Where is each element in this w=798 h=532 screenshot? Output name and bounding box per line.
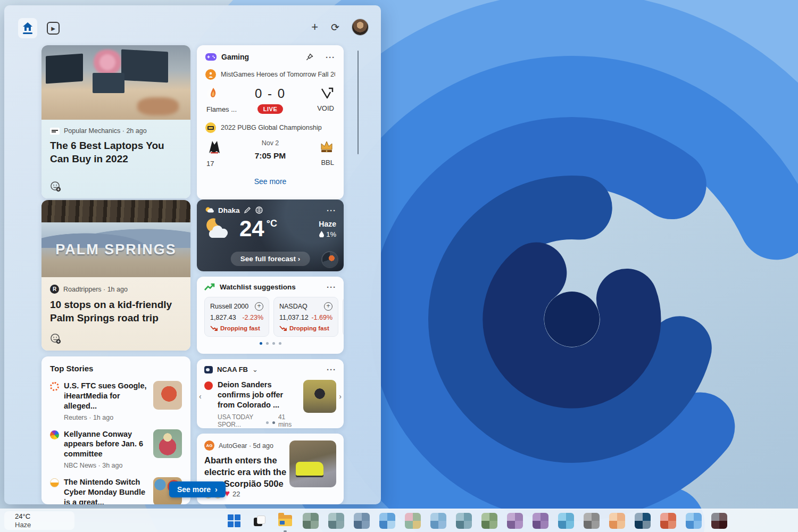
story-thumbnail <box>153 429 182 458</box>
story-item[interactable]: U.S. FTC sues Google, iHeartMedia for al… <box>50 381 182 421</box>
stock-tile-russell-2000[interactable]: Russell 2000 + 1,827.43 -2.23% Dropping … <box>204 297 269 337</box>
start-button[interactable] <box>226 513 242 529</box>
publisher-logo-today <box>50 478 59 504</box>
pinned-app-icon[interactable] <box>609 513 625 529</box>
card-menu-button[interactable]: ··· <box>327 365 336 373</box>
article-byline: Popular Mechanics · 2h ago <box>50 127 182 135</box>
team-name: Flames ... <box>206 105 237 113</box>
reaction-count: 22 <box>232 490 240 498</box>
detect-location-icon[interactable] <box>255 206 263 214</box>
add-widget-button[interactable]: + <box>311 21 318 33</box>
add-reaction-button[interactable] <box>50 181 61 192</box>
match-upcoming[interactable]: 17 Nov 2 7:05 PM BBL <box>205 139 335 168</box>
carousel-prev-button[interactable]: ‹ <box>199 392 202 401</box>
pinned-app-icon[interactable] <box>303 513 319 529</box>
article-title[interactable]: The 6 Best Laptops You Can Buy in 2022 <box>50 139 182 165</box>
story-item[interactable]: The Nintendo Switch Cyber Monday Bundle … <box>50 477 182 504</box>
pinned-app-icon[interactable] <box>430 513 446 529</box>
home-tab-button[interactable] <box>18 18 37 38</box>
sports-story[interactable]: Deion Sanders confirms job offer from Co… <box>204 380 336 428</box>
current-temperature: 24°C <box>239 218 277 240</box>
pinned-app-icon[interactable] <box>328 513 344 529</box>
stock-name: Russell 2000 <box>210 303 248 310</box>
pinned-app-icon[interactable] <box>558 513 574 529</box>
story-item[interactable]: Kellyanne Conway appears before Jan. 6 c… <box>50 429 182 470</box>
page-dot[interactable] <box>266 421 269 424</box>
live-badge: LIVE <box>257 104 283 114</box>
pinned-app-icon[interactable] <box>354 513 370 529</box>
add-reaction-button[interactable] <box>50 333 61 344</box>
pinned-app-icon[interactable] <box>533 513 548 529</box>
pinned-app-icon[interactable] <box>686 513 702 529</box>
tournament-icon-mistgames <box>205 69 216 80</box>
edit-location-icon[interactable] <box>244 206 251 214</box>
gaming-widget: Gaming ··· MistGames Heroes of Tomorrow … <box>197 45 344 200</box>
file-explorer-button[interactable] <box>277 513 293 529</box>
precipitation: 1% <box>319 230 336 238</box>
see-more-button[interactable]: See more› <box>169 481 226 497</box>
carousel-next-button[interactable]: › <box>339 392 342 401</box>
pinned-app-icon[interactable] <box>405 513 421 529</box>
taskbar-temperature: 24°C <box>15 512 74 520</box>
story-headline: Deion Sanders confirms job offer from Co… <box>218 380 298 410</box>
air-quality-indicator[interactable] <box>322 252 337 267</box>
widget-title: NCAA FB <box>217 365 248 373</box>
weather-condition: Haze <box>319 220 336 228</box>
see-full-forecast-button[interactable]: See full forecast › <box>231 252 310 266</box>
tournament-row[interactable]: MistGames Heroes of Tomorrow Fall 20... <box>205 69 335 80</box>
page-dot[interactable] <box>266 342 269 345</box>
tournament-row[interactable]: 2022 PUBG Global Championship <box>205 122 335 133</box>
article-image-laptops[interactable] <box>41 45 190 120</box>
card-menu-button[interactable]: ··· <box>327 283 336 291</box>
story-title: U.S. FTC sues Google, iHeartMedia for al… <box>64 381 148 411</box>
windows-logo-icon <box>228 514 240 527</box>
panel-scrollbar[interactable] <box>358 51 359 154</box>
stock-tile-dow[interactable]: DOW 33,84 D <box>343 297 344 337</box>
gaming-see-more-link[interactable]: See more <box>205 177 335 186</box>
pinned-app-icon[interactable] <box>635 513 651 529</box>
publisher-logo-autogear: AG <box>204 440 214 451</box>
pin-icon[interactable] <box>305 53 313 61</box>
add-to-watchlist-button[interactable]: + <box>255 302 263 311</box>
pinned-app-icon[interactable] <box>711 513 727 529</box>
weather-condition-icon <box>204 206 214 214</box>
article-image-palm-springs[interactable]: PALM SPRINGS <box>41 200 190 277</box>
widget-title: Gaming <box>221 53 301 61</box>
article-title[interactable]: 10 stops on a kid-friendly Palm Springs … <box>50 298 182 325</box>
card-menu-button[interactable]: ··· <box>326 53 335 61</box>
home-icon <box>23 22 32 31</box>
stock-status: Dropping fast <box>220 325 260 331</box>
trending-icon <box>204 283 215 291</box>
page-dot[interactable] <box>272 421 275 424</box>
team-name: 17 <box>206 160 214 168</box>
pinned-app-icon[interactable] <box>660 513 676 529</box>
media-tab-button[interactable]: ▶ <box>47 22 60 35</box>
pinned-app-icon[interactable] <box>481 513 497 529</box>
stock-tile-nasdaq[interactable]: NASDAQ + 11,037.12 -1.69% Dropping fast <box>273 297 338 337</box>
pinned-app-icon[interactable] <box>379 513 395 529</box>
publisher-logo-nbc <box>50 430 59 470</box>
weather-widget: Dhaka ··· 24°C Haze 1% See full <box>197 200 344 271</box>
stock-status: Dropping fast <box>289 325 329 331</box>
pinned-app-icon[interactable] <box>584 513 600 529</box>
refresh-button[interactable]: ⟳ <box>331 22 339 32</box>
team-17-logo <box>206 139 221 155</box>
widgets-header: ▶ + ⟳ <box>4 5 381 44</box>
chevron-down-icon[interactable]: ⌄ <box>252 365 258 373</box>
pinned-app-icon[interactable] <box>456 513 472 529</box>
profile-avatar[interactable] <box>352 19 368 35</box>
match-live[interactable]: Flames ... 0 - 0 LIVE VOID <box>205 86 335 114</box>
page-dot[interactable] <box>272 342 275 345</box>
page-dot[interactable] <box>279 342 281 345</box>
team-name: VOID <box>317 104 334 112</box>
add-to-watchlist-button[interactable]: + <box>324 302 332 311</box>
task-view-button[interactable] <box>252 513 268 529</box>
tournament-icon-pubg <box>205 122 216 133</box>
card-menu-button[interactable]: ··· <box>327 206 336 214</box>
page-dot[interactable] <box>260 342 262 345</box>
team-bbl-logo <box>319 139 334 154</box>
taskbar-weather-widget[interactable]: 24°C Haze <box>4 511 74 530</box>
pinned-app-icon[interactable] <box>507 513 523 529</box>
weather-location: Dhaka <box>218 206 240 214</box>
article-byline: R Roadtrippers · 1h ago <box>50 285 182 294</box>
